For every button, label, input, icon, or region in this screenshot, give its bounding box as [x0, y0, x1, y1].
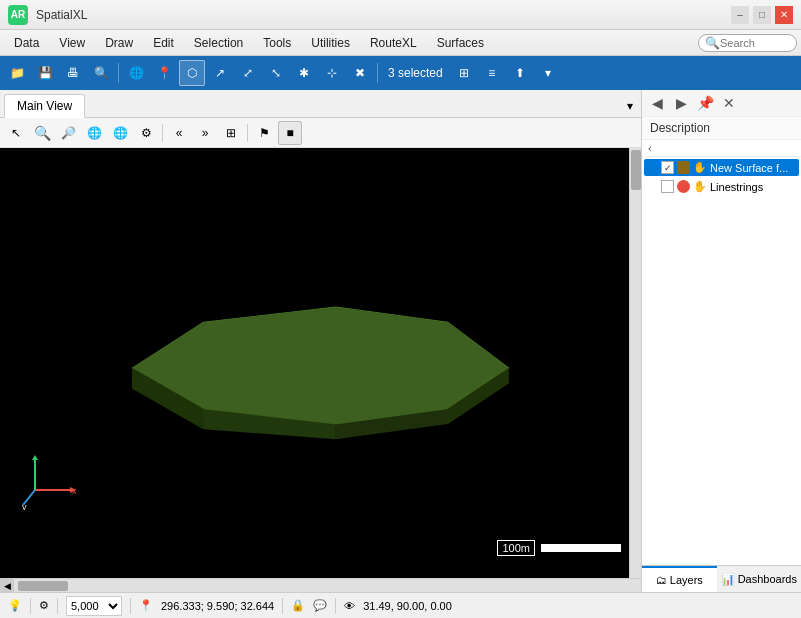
menu-routexl[interactable]: RouteXL: [360, 30, 427, 55]
menu-view[interactable]: View: [49, 30, 95, 55]
layer-item-linestrings[interactable]: ✋ Linestrings: [644, 178, 799, 195]
tb2-next-button[interactable]: »: [193, 121, 217, 145]
tb2-sep2: [247, 124, 248, 142]
tab-layers[interactable]: 🗂 Layers: [642, 566, 717, 592]
status-sep5: [335, 598, 336, 614]
layer1-hand-icon: ✋: [693, 161, 707, 174]
tb2-arrow-button[interactable]: ↖: [4, 121, 28, 145]
hscroll-thumb[interactable]: [18, 581, 68, 591]
panel-close-btn[interactable]: ✕: [718, 92, 740, 114]
tab-main-view[interactable]: Main View: [4, 94, 85, 118]
search-box[interactable]: 🔍: [698, 34, 797, 52]
view-coordinates-display: 31.49, 90.00, 0.00: [363, 600, 452, 612]
panel-back-btn[interactable]: ◀: [646, 92, 668, 114]
axis-svg: x y: [20, 455, 80, 510]
tb-list-button[interactable]: ≡: [479, 60, 505, 86]
titlebar: AR SpatialXL – □ ✕: [0, 0, 801, 30]
maximize-button[interactable]: □: [753, 6, 771, 24]
panel-description-header: Description: [642, 117, 801, 140]
tab-dashboards[interactable]: 📊 Dashboards: [717, 566, 801, 592]
secondary-toolbar: ↖ 🔍 🔎 🌐 🌐 ⚙ « » ⊞ ⚑ ■: [0, 118, 641, 148]
horizontal-scrollbar[interactable]: ◀: [0, 578, 641, 592]
tb-delete-button[interactable]: ✖: [347, 60, 373, 86]
layer2-icon: [677, 180, 690, 193]
tb2-sep1: [162, 124, 163, 142]
tb2-globe2-button[interactable]: 🌐: [108, 121, 132, 145]
tb-save-button[interactable]: 💾: [32, 60, 58, 86]
menu-data[interactable]: Data: [4, 30, 49, 55]
layer2-hand-icon: ✋: [693, 180, 707, 193]
zoom-selector[interactable]: 5,000 10,000 50,000: [66, 596, 122, 616]
tb-select2-button[interactable]: ⤡: [263, 60, 289, 86]
location-icon: 📍: [139, 599, 153, 612]
tab-dropdown-arrow[interactable]: ▾: [623, 95, 637, 117]
vscroll-thumb[interactable]: [631, 150, 641, 190]
tb-select3-button[interactable]: ✱: [291, 60, 317, 86]
layers-tab-icon: 🗂: [656, 574, 667, 586]
tb2-globe1-button[interactable]: 🌐: [82, 121, 106, 145]
tb-globe-button[interactable]: 🌐: [123, 60, 149, 86]
tb-zoom-button[interactable]: 🔍: [88, 60, 114, 86]
tb2-square-button[interactable]: ■: [278, 121, 302, 145]
tb-cursor-button[interactable]: ↗: [207, 60, 233, 86]
scale-label: 100m: [497, 540, 535, 556]
hscroll-left-btn[interactable]: ◀: [0, 579, 14, 593]
tb2-zoomin-button[interactable]: 🔍: [30, 121, 54, 145]
menu-draw[interactable]: Draw: [95, 30, 143, 55]
statusbar: 💡 ⚙ 5,000 10,000 50,000 📍 296.333; 9.590…: [0, 592, 801, 618]
tb2-zoomout-button[interactable]: 🔎: [56, 121, 80, 145]
status-sep2: [57, 598, 58, 614]
vertical-scrollbar[interactable]: [629, 148, 641, 578]
axis-indicator: x y: [20, 455, 80, 513]
lock-icon: 🔒: [291, 599, 305, 612]
scale-bar: 100m: [497, 540, 621, 556]
dashboards-tab-icon: 📊: [721, 573, 735, 586]
panel-pin-btn[interactable]: 📌: [694, 92, 716, 114]
layer1-name: New Surface f...: [710, 162, 788, 174]
search-icon: 🔍: [705, 36, 720, 50]
svg-text:x: x: [72, 486, 77, 496]
layer1-icon: [677, 161, 690, 174]
menu-utilities[interactable]: Utilities: [301, 30, 360, 55]
tb-select4-button[interactable]: ⊹: [319, 60, 345, 86]
left-area: Main View ▾ ↖ 🔍 🔎 🌐 🌐 ⚙ « » ⊞ ⚑ ■: [0, 90, 641, 592]
tb2-prev-button[interactable]: «: [167, 121, 191, 145]
tb2-settings-button[interactable]: ⚙: [134, 121, 158, 145]
tb-hex-button[interactable]: ⬡: [179, 60, 205, 86]
3d-viewport[interactable]: x y 100m: [0, 148, 641, 578]
tb2-grid-button[interactable]: ⊞: [219, 121, 243, 145]
layer-item-surface[interactable]: ✓ ✋ New Surface f...: [644, 159, 799, 176]
menu-tools[interactable]: Tools: [253, 30, 301, 55]
tb-export-button[interactable]: ⬆: [507, 60, 533, 86]
minimize-button[interactable]: –: [731, 6, 749, 24]
search-input[interactable]: [720, 37, 790, 49]
tb-sep1: [118, 63, 119, 83]
tb-table-button[interactable]: ⊞: [451, 60, 477, 86]
tb-select1-button[interactable]: ⤢: [235, 60, 261, 86]
scale-line-bar: [541, 544, 621, 552]
close-button[interactable]: ✕: [775, 6, 793, 24]
main-toolbar: 📁 💾 🖶 🔍 🌐 📍 ⬡ ↗ ⤢ ⤡ ✱ ⊹ ✖ 3 selected ⊞ ≡…: [0, 56, 801, 90]
menu-edit[interactable]: Edit: [143, 30, 184, 55]
selected-count-label: 3 selected: [382, 66, 449, 80]
tb-dropdown-button[interactable]: ▾: [535, 60, 561, 86]
panel-nav: ◀ ▶ 📌 ✕: [642, 90, 801, 117]
status-sep1: [30, 598, 31, 614]
layers-panel: ◀ ▶ 📌 ✕ Description ‹ ✓ ✋ New Surface f.…: [641, 90, 801, 592]
tb2-flag-button[interactable]: ⚑: [252, 121, 276, 145]
statusbar-lightbulb-icon: 💡: [8, 599, 22, 612]
3d-shape-canvas: [0, 148, 641, 578]
panel-forward-btn[interactable]: ▶: [670, 92, 692, 114]
eye-icon: 👁: [344, 600, 355, 612]
window-controls: – □ ✕: [731, 6, 793, 24]
menu-surfaces[interactable]: Surfaces: [427, 30, 494, 55]
layer2-checkbox[interactable]: [661, 180, 674, 193]
panel-collapse-btn[interactable]: ‹: [642, 140, 801, 157]
dashboards-tab-label: Dashboards: [738, 573, 797, 585]
tb-open-button[interactable]: 📁: [4, 60, 30, 86]
tb-pin-button[interactable]: 📍: [151, 60, 177, 86]
coordinates-display: 296.333; 9.590; 32.644: [161, 600, 274, 612]
layer1-checkbox[interactable]: ✓: [661, 161, 674, 174]
tb-print-button[interactable]: 🖶: [60, 60, 86, 86]
menu-selection[interactable]: Selection: [184, 30, 253, 55]
